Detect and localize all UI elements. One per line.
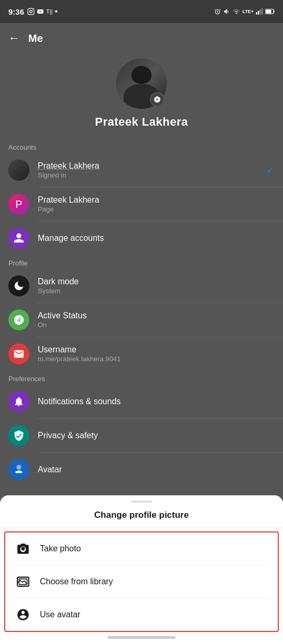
manage-accounts-item[interactable]: Manage accounts bbox=[0, 221, 283, 255]
privacy-text: Privacy & safety bbox=[38, 431, 275, 440]
svg-rect-9 bbox=[274, 10, 275, 13]
privacy-icon bbox=[8, 425, 29, 446]
dark-mode-title: Dark mode bbox=[38, 277, 275, 286]
profile-name: Prateek Lakhera bbox=[95, 115, 188, 129]
account-primary-item[interactable]: Prateek Lakhera Signed in ✓ bbox=[0, 153, 283, 187]
profile-label: Profile bbox=[0, 255, 283, 269]
username-subtitle: m.me/prateek.lakhera.9041 bbox=[38, 355, 275, 363]
privacy-title: Privacy & safety bbox=[38, 431, 275, 440]
account-primary-title: Prateek Lakhera bbox=[38, 161, 257, 171]
choose-library-label: Choose from library bbox=[40, 577, 113, 586]
accounts-label: Accounts bbox=[0, 139, 283, 153]
volume-icon bbox=[223, 8, 231, 15]
home-indicator bbox=[107, 636, 176, 639]
dot-icon: • bbox=[55, 7, 58, 16]
account-page-subtitle: Page bbox=[38, 205, 275, 213]
status-time: 9:36 bbox=[8, 7, 24, 16]
lte-icon: LTE+ bbox=[242, 9, 254, 14]
avatar-item[interactable]: Avatar bbox=[0, 453, 283, 486]
notifications-icon bbox=[8, 391, 29, 412]
username-text: Username m.me/prateek.lakhera.9041 bbox=[38, 345, 275, 363]
svg-rect-7 bbox=[262, 8, 263, 15]
profile-section: Prateek Lakhera bbox=[0, 53, 283, 139]
account-primary-icon bbox=[8, 160, 29, 181]
status-right-icons: LTE+ bbox=[214, 8, 275, 15]
choose-library-option[interactable]: Choose from library bbox=[5, 565, 278, 598]
sheet-divider-top bbox=[0, 527, 283, 527]
svg-rect-10 bbox=[266, 10, 271, 14]
dark-mode-icon bbox=[8, 275, 29, 296]
page-title: Me bbox=[28, 32, 43, 45]
account-page-title: Prateek Lakhera bbox=[38, 195, 275, 205]
instagram-icon bbox=[27, 8, 35, 15]
camera-badge-icon[interactable] bbox=[150, 92, 165, 107]
options-highlight-box: Take photo Choose from library Use a bbox=[4, 531, 279, 632]
gallery-icon bbox=[16, 575, 30, 589]
manage-accounts-text: Manage accounts bbox=[38, 234, 275, 243]
active-status-item[interactable]: Active Status On bbox=[0, 303, 283, 337]
account-primary-subtitle: Signed in bbox=[38, 171, 257, 179]
battery-icon bbox=[265, 8, 275, 15]
avatar-container[interactable] bbox=[116, 59, 167, 109]
dark-mode-text: Dark mode System bbox=[38, 277, 275, 295]
username-title: Username bbox=[38, 345, 275, 354]
avatar-settings-icon bbox=[8, 459, 29, 480]
manage-accounts-title: Manage accounts bbox=[38, 234, 275, 243]
active-status-title: Active Status bbox=[38, 311, 275, 320]
youtube-icon bbox=[37, 8, 44, 15]
notifications-title: Notifications & sounds bbox=[38, 397, 275, 406]
svg-point-11 bbox=[16, 317, 18, 320]
notifications-item[interactable]: Notifications & sounds bbox=[0, 385, 283, 418]
status-bar: 9:36 T|| • bbox=[0, 0, 283, 23]
signal-bars-icon bbox=[256, 8, 263, 15]
use-avatar-option[interactable]: Use avatar bbox=[5, 598, 278, 631]
account-primary-text: Prateek Lakhera Signed in bbox=[38, 161, 257, 179]
camera-icon bbox=[16, 542, 30, 556]
status-left: 9:36 T|| • bbox=[8, 7, 58, 16]
back-button[interactable]: ← bbox=[8, 31, 20, 45]
take-photo-option[interactable]: Take photo bbox=[5, 532, 278, 565]
take-photo-label: Take photo bbox=[40, 544, 81, 553]
account-page-item[interactable]: P Prateek Lakhera Page bbox=[0, 187, 283, 221]
avatar-settings-title: Avatar bbox=[38, 465, 275, 474]
profile-settings-section: Profile Dark mode System bbox=[0, 255, 283, 371]
dark-mode-subtitle: System bbox=[38, 287, 275, 295]
account-page-text: Prateek Lakhera Page bbox=[38, 195, 275, 213]
active-status-text: Active Status On bbox=[38, 311, 275, 329]
username-item[interactable]: Username m.me/prateek.lakhera.9041 bbox=[0, 337, 283, 371]
bottom-sheet-title: Change profile picture bbox=[0, 506, 283, 527]
manage-accounts-icon bbox=[8, 228, 29, 249]
avatar-settings-text: Avatar bbox=[38, 465, 275, 474]
preferences-label: Preferences bbox=[0, 371, 283, 385]
header: ← Me bbox=[0, 23, 283, 53]
avatar-icon bbox=[16, 608, 30, 621]
alarm-icon bbox=[214, 8, 221, 15]
active-status-icon bbox=[8, 309, 29, 330]
use-avatar-label: Use avatar bbox=[40, 610, 80, 619]
svg-point-2 bbox=[32, 9, 33, 10]
privacy-item[interactable]: Privacy & safety bbox=[0, 419, 283, 452]
svg-rect-0 bbox=[28, 8, 34, 15]
notifications-text: Notifications & sounds bbox=[38, 397, 275, 406]
username-icon bbox=[8, 343, 29, 364]
preferences-section: Preferences Notifications & sounds bbox=[0, 371, 283, 486]
account-check-icon: ✓ bbox=[266, 164, 275, 176]
svg-rect-4 bbox=[256, 12, 257, 15]
accounts-section: Accounts Prateek Lakhera Signed in ✓ P P… bbox=[0, 139, 283, 255]
wifi-icon bbox=[233, 8, 240, 15]
bottom-sheet-handle bbox=[131, 501, 152, 503]
status-left-icons: T|| • bbox=[27, 7, 58, 16]
svg-rect-6 bbox=[260, 9, 261, 15]
svg-point-1 bbox=[30, 10, 32, 13]
svg-rect-5 bbox=[258, 11, 259, 15]
dark-mode-item[interactable]: Dark mode System bbox=[0, 269, 283, 303]
signal-icon: T|| bbox=[46, 8, 52, 15]
bottom-sheet: Change profile picture Take photo bbox=[0, 495, 283, 644]
account-page-icon: P bbox=[8, 194, 29, 215]
active-status-subtitle: On bbox=[38, 321, 275, 329]
